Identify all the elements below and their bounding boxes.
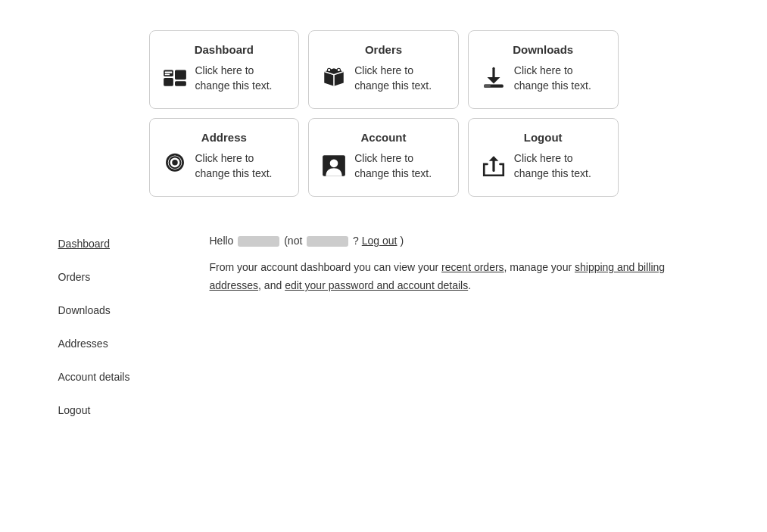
card-text-orders: Click here to change this text. xyxy=(354,64,446,93)
svg-rect-5 xyxy=(164,74,169,76)
recent-orders-link[interactable]: recent orders xyxy=(441,261,504,273)
hello-question: ? xyxy=(353,235,362,247)
card-body-dashboard: Click here to change this text. xyxy=(162,64,287,96)
card-body-orders: Click here to change this text. xyxy=(321,64,446,96)
card-body-downloads: Click here to change this text. xyxy=(481,64,606,96)
card-text-address: Click here to change this text. xyxy=(195,151,287,181)
card-text-downloads: Click here to change this text. xyxy=(514,64,606,93)
card-text-dashboard: Click here to change this text. xyxy=(195,64,287,93)
hello-close: ) xyxy=(400,235,404,247)
svg-rect-10 xyxy=(484,85,491,88)
address-icon xyxy=(162,153,188,184)
dashboard-icon xyxy=(162,65,188,96)
svg-rect-2 xyxy=(175,70,186,79)
card-title-address: Address xyxy=(162,131,287,144)
logout-link[interactable]: Log out xyxy=(362,235,398,247)
svg-rect-3 xyxy=(175,81,186,86)
sidebar-nav: DashboardOrdersDownloadsAddressesAccount… xyxy=(58,227,179,427)
main-content: Hello (not ? Log out ) From your account… xyxy=(210,227,709,427)
downloads-icon xyxy=(481,65,507,96)
card-body-account: Click here to change this text. xyxy=(321,151,446,184)
card-logout[interactable]: Logout Click here to change this text. xyxy=(468,118,619,197)
card-body-address: Click here to change this text. xyxy=(162,151,287,184)
nav-item-downloads[interactable]: Downloads xyxy=(58,294,179,327)
card-account[interactable]: Account Click here to change this text. xyxy=(308,118,459,197)
nav-item-dashboard[interactable]: Dashboard xyxy=(58,227,179,260)
nav-item-orders[interactable]: Orders xyxy=(58,260,179,294)
account-description: From your account dashboard you can view… xyxy=(210,259,709,295)
nav-item-logout[interactable]: Logout xyxy=(58,394,179,427)
card-title-account: Account xyxy=(321,131,446,144)
hello-not: (not xyxy=(284,235,305,247)
account-details-link[interactable]: edit your password and account details xyxy=(285,279,468,291)
card-dashboard[interactable]: Dashboard Click here to change this text… xyxy=(149,30,300,109)
svg-point-12 xyxy=(172,160,177,165)
svg-point-8 xyxy=(337,68,340,71)
card-orders[interactable]: Orders Click here to change this text. xyxy=(308,30,459,109)
card-body-logout: Click here to change this text. xyxy=(481,151,606,184)
card-title-downloads: Downloads xyxy=(481,43,606,56)
card-text-logout: Click here to change this text. xyxy=(514,151,606,181)
svg-point-15 xyxy=(330,160,338,168)
card-title-logout: Logout xyxy=(481,131,606,144)
hello-text: Hello xyxy=(210,235,237,247)
svg-rect-4 xyxy=(164,72,172,73)
svg-rect-1 xyxy=(164,78,173,86)
cards-grid: Dashboard Click here to change this text… xyxy=(149,30,619,197)
username-redacted xyxy=(238,236,279,247)
svg-point-7 xyxy=(328,68,331,71)
card-address[interactable]: Address Click here to change this text. xyxy=(149,118,300,197)
logout-icon xyxy=(481,153,507,184)
nav-item-addresses[interactable]: Addresses xyxy=(58,327,179,360)
username2-redacted xyxy=(307,236,348,247)
hello-line: Hello (not ? Log out ) xyxy=(210,235,709,247)
card-title-dashboard: Dashboard xyxy=(162,43,287,56)
account-icon xyxy=(321,153,347,184)
bottom-section: DashboardOrdersDownloadsAddressesAccount… xyxy=(43,219,725,434)
card-title-orders: Orders xyxy=(321,43,446,56)
nav-item-account-details[interactable]: Account details xyxy=(58,360,179,394)
card-text-account: Click here to change this text. xyxy=(354,151,446,181)
orders-icon xyxy=(321,65,347,96)
card-downloads[interactable]: Downloads Click here to change this text… xyxy=(468,30,619,109)
